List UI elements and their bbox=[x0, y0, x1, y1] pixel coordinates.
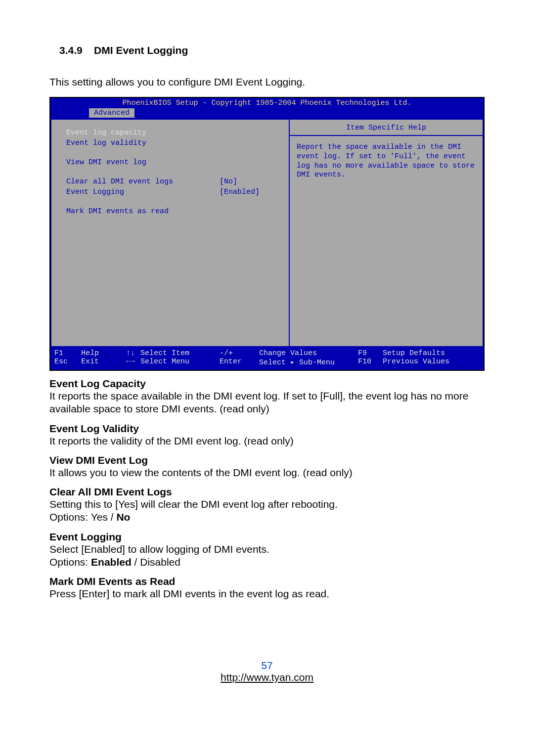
footer-key-f9: F9 bbox=[358, 349, 383, 357]
body-logging: Select [Enabled] to allow logging of DMI… bbox=[49, 543, 485, 569]
footer-action-setup-defaults: Setup Defaults bbox=[383, 349, 445, 357]
section-title: DMI Event Logging bbox=[94, 44, 188, 56]
body-logging-line1: Select [Enabled] to allow logging of DMI… bbox=[49, 543, 269, 555]
footer-key-enter: Enter bbox=[220, 357, 259, 367]
footer-action-select-sub: Select ▸ Sub-Menu bbox=[259, 357, 358, 367]
footer-url: http://www.tyan.com bbox=[49, 671, 485, 683]
bios-item-capacity: Event log capacity bbox=[66, 129, 220, 137]
bios-item-logging: Event Logging bbox=[66, 188, 220, 196]
section-heading: 3.4.9 DMI Event Logging bbox=[59, 44, 485, 56]
leftright-icon: ←→ bbox=[121, 357, 140, 367]
footer-action-select-item: Select Item bbox=[140, 349, 220, 357]
footer-action-prev-values: Previous Values bbox=[383, 357, 449, 367]
footer-key-f1: F1 bbox=[54, 349, 81, 357]
bios-tab-advanced: Advanced bbox=[89, 108, 134, 118]
body-logging-options-bold: Enabled bbox=[91, 556, 132, 568]
bios-menu-pane: Event log capacity Event log validity Vi… bbox=[51, 120, 289, 346]
page-number: 57 bbox=[49, 660, 485, 671]
body-logging-options-post: / Disabled bbox=[132, 556, 180, 568]
intro-text: This setting allows you to configure DMI… bbox=[49, 76, 485, 88]
bios-title: PhoenixBIOS Setup - Copyright 1985-2004 … bbox=[50, 98, 484, 108]
footer-action-select-menu: Select Menu bbox=[140, 357, 220, 367]
heading-capacity: Event Log Capacity bbox=[49, 378, 485, 390]
heading-clear: Clear All DMI Event Logs bbox=[49, 486, 485, 498]
footer-action-exit: Exit bbox=[81, 357, 121, 367]
bios-item-mark: Mark DMI events as read bbox=[66, 207, 220, 216]
body-view: It allows you to view the contents of th… bbox=[49, 466, 485, 479]
footer-key-esc: Esc bbox=[54, 357, 81, 367]
footer-key-pm: -/+ bbox=[220, 349, 259, 357]
bios-screenshot: PhoenixBIOS Setup - Copyright 1985-2004 … bbox=[49, 97, 485, 371]
footer-action-change-values: Change Values bbox=[259, 349, 358, 357]
body-clear-options-bold: No bbox=[116, 511, 130, 523]
body-validity: It reports the validity of the DMI event… bbox=[49, 435, 485, 447]
body-clear-line1: Setting this to [Yes] will clear the DMI… bbox=[49, 498, 338, 510]
bios-item-validity: Event log validity bbox=[66, 139, 220, 147]
bios-item-clear-value: [No] bbox=[220, 178, 237, 186]
heading-validity: Event Log Validity bbox=[49, 423, 485, 435]
updown-icon: ↑↓ bbox=[121, 349, 140, 357]
bios-help-text: Report the space available in the DMI ev… bbox=[297, 143, 476, 180]
bios-item-logging-value: [Enabled] bbox=[220, 188, 260, 196]
heading-logging: Event Logging bbox=[49, 531, 485, 543]
bios-help-title: Item Specific Help bbox=[297, 124, 476, 132]
heading-view: View DMI Event Log bbox=[49, 454, 485, 466]
heading-mark: Mark DMI Events as Read bbox=[49, 576, 485, 587]
footer-key-f10: F10 bbox=[358, 357, 383, 367]
bios-help-pane: Item Specific Help Report the space avai… bbox=[289, 120, 483, 346]
bios-footer: F1 Help ↑↓ Select Item -/+ Change Values… bbox=[50, 347, 484, 370]
bios-item-view: View DMI event log bbox=[66, 158, 220, 167]
footer-action-help: Help bbox=[81, 349, 121, 357]
bios-tab-bar: Advanced bbox=[50, 108, 484, 119]
body-clear: Setting this to [Yes] will clear the DMI… bbox=[49, 498, 485, 524]
section-number: 3.4.9 bbox=[59, 44, 83, 56]
body-logging-options-pre: Options: bbox=[49, 556, 91, 568]
body-capacity: It reports the space available in the DM… bbox=[49, 390, 485, 416]
body-mark: Press [Enter] to mark all DMI events in … bbox=[49, 587, 485, 600]
bios-item-clear: Clear all DMI event logs bbox=[66, 178, 220, 186]
body-clear-options-pre: Options: Yes / bbox=[49, 511, 116, 523]
